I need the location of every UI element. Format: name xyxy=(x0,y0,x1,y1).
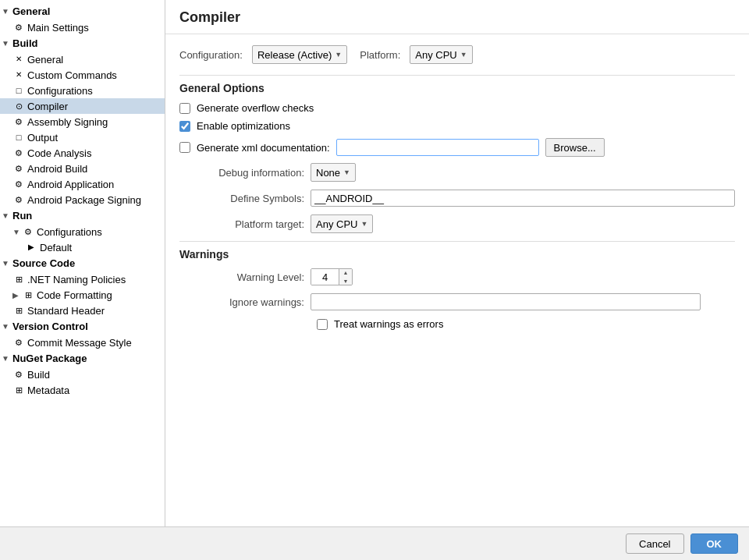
sidebar-item-configurations[interactable]: □ Configurations xyxy=(0,83,165,98)
treat-warnings-checkbox[interactable] xyxy=(317,319,328,330)
run-configurations-label: Configurations xyxy=(37,226,102,238)
grid-icon2: ⊞ xyxy=(22,289,34,301)
cancel-button[interactable]: Cancel xyxy=(626,533,683,554)
gear-icon3: ⚙ xyxy=(12,147,25,159)
browse-button[interactable]: Browse... xyxy=(545,138,605,157)
warnings-title: Warnings xyxy=(179,248,735,261)
sidebar-item-compiler[interactable]: ⊙ Compiler xyxy=(0,98,165,114)
sidebar-item-android-application[interactable]: ⚙ Android Application xyxy=(0,176,165,192)
sidebar-item-run-configurations[interactable]: ▼ ⚙ Configurations xyxy=(0,224,165,239)
section-general[interactable]: ▼ General xyxy=(0,3,165,19)
run-config-arrow: ▼ xyxy=(12,228,22,236)
page-title: Compiler xyxy=(165,0,749,34)
platform-target-dropdown[interactable]: Any CPU ▼ xyxy=(311,214,373,233)
section-build-children: ✕ General ✕ Custom Commands □ Configurat… xyxy=(0,51,165,207)
debug-info-dropdown[interactable]: None ▼ xyxy=(311,163,356,182)
general-options-title: General Options xyxy=(179,82,735,94)
section-nuget-label: NuGet Package xyxy=(12,353,87,364)
ok-button[interactable]: OK xyxy=(690,533,739,554)
define-symbols-label: Define Symbols: xyxy=(179,193,304,204)
box-icon: □ xyxy=(12,84,25,97)
compiler-icon: ⊙ xyxy=(12,100,25,112)
sidebar-item-android-build[interactable]: ⚙ Android Build xyxy=(0,161,165,176)
generate-overflow-checkbox[interactable] xyxy=(179,103,190,114)
sidebar-item-code-analysis[interactable]: ⚙ Code Analysis xyxy=(0,145,165,161)
section-nuget[interactable]: ▼ NuGet Package xyxy=(0,350,165,367)
configuration-dropdown[interactable]: Release (Active) ▼ xyxy=(252,45,347,64)
commit-message-label: Commit Message Style xyxy=(27,337,132,349)
debug-info-row: Debug information: None ▼ xyxy=(179,163,735,182)
config-dropdown-arrow: ▼ xyxy=(335,51,342,58)
general-label: General xyxy=(27,54,63,66)
warnings-section: Warnings Warning Level: ▲ ▼ Ignore war xyxy=(179,248,735,330)
configuration-label: Configuration: xyxy=(179,49,243,61)
divider2 xyxy=(179,241,735,242)
generate-xml-checkbox[interactable] xyxy=(179,142,190,153)
android-package-signing-label: Android Package Signing xyxy=(27,194,141,206)
gear-icon: ⚙ xyxy=(12,21,25,34)
sidebar-item-code-formatting[interactable]: ▶ ⊞ Code Formatting xyxy=(0,287,165,303)
sidebar-item-main-settings[interactable]: ⚙ Main Settings xyxy=(0,19,165,35)
net-naming-label: .NET Naming Policies xyxy=(27,274,126,285)
cross-icon2: ✕ xyxy=(12,69,25,81)
code-analysis-label: Code Analysis xyxy=(27,147,91,159)
android-application-label: Android Application xyxy=(27,179,114,190)
section-source-children: ⊞ .NET Naming Policies ▶ ⊞ Code Formatti… xyxy=(0,271,165,318)
warning-level-input[interactable] xyxy=(311,268,339,285)
ignore-warnings-input[interactable] xyxy=(311,293,701,310)
main-settings-label: Main Settings xyxy=(27,22,89,34)
generate-overflow-row: Generate overflow checks xyxy=(179,102,735,114)
gear-icon2: ⚙ xyxy=(12,115,25,128)
android-build-label: Android Build xyxy=(27,163,87,175)
sidebar-item-default[interactable]: ▶ Default xyxy=(0,239,165,255)
platform-dropdown[interactable]: Any CPU ▼ xyxy=(410,45,472,64)
sidebar-item-android-package-signing[interactable]: ⚙ Android Package Signing xyxy=(0,192,165,207)
spinner-arrows: ▲ ▼ xyxy=(339,268,352,285)
gear-icon7: ⚙ xyxy=(22,225,34,238)
sidebar-item-standard-header[interactable]: ⊞ Standard Header xyxy=(0,303,165,318)
sidebar-item-general[interactable]: ✕ General xyxy=(0,51,165,67)
metadata-label: Metadata xyxy=(27,385,69,396)
spinner-up-button[interactable]: ▲ xyxy=(339,268,352,277)
output-label: Output xyxy=(27,132,58,144)
ignore-warnings-row: Ignore warnings: xyxy=(179,293,735,310)
gear-icon4: ⚙ xyxy=(12,162,25,175)
warning-level-label: Warning Level: xyxy=(179,271,304,283)
section-build[interactable]: ▼ Build xyxy=(0,35,165,51)
section-general-arrow: ▼ xyxy=(2,7,12,16)
configurations-label: Configurations xyxy=(27,85,93,97)
standard-header-label: Standard Header xyxy=(27,305,105,317)
sidebar-item-nuget-build[interactable]: ⚙ Build xyxy=(0,367,165,382)
platform-label: Platform: xyxy=(360,49,400,61)
debug-info-arrow: ▼ xyxy=(343,168,350,176)
section-vc-arrow: ▼ xyxy=(2,322,12,331)
spinner-down-button[interactable]: ▼ xyxy=(339,277,352,285)
gear-icon5: ⚙ xyxy=(12,178,25,190)
assembly-signing-label: Assembly Signing xyxy=(27,116,108,128)
section-version-control[interactable]: ▼ Version Control xyxy=(0,318,165,335)
section-source-code[interactable]: ▼ Source Code xyxy=(0,255,165,271)
generate-xml-input[interactable] xyxy=(336,139,539,156)
enable-optimizations-checkbox[interactable] xyxy=(179,121,190,132)
warning-level-spinner[interactable]: ▲ ▼ xyxy=(311,268,353,285)
sidebar-item-commit-message[interactable]: ⚙ Commit Message Style xyxy=(0,335,165,350)
default-label: Default xyxy=(40,242,72,253)
custom-commands-label: Custom Commands xyxy=(27,69,117,81)
sidebar-item-metadata[interactable]: ⊞ Metadata xyxy=(0,382,165,398)
grid-icon3: ⊞ xyxy=(12,304,25,317)
sidebar-item-output[interactable]: □ Output xyxy=(0,129,165,145)
output-icon: □ xyxy=(12,131,25,144)
section-build-arrow: ▼ xyxy=(2,39,12,48)
gear-icon6: ⚙ xyxy=(12,193,25,206)
treat-warnings-row: Treat warnings as errors xyxy=(179,318,735,330)
define-symbols-input[interactable] xyxy=(311,190,735,207)
platform-target-row: Platform target: Any CPU ▼ xyxy=(179,214,735,233)
enable-optimizations-row: Enable optimizations xyxy=(179,120,735,132)
section-general-label: General xyxy=(12,5,50,17)
sidebar-item-net-naming[interactable]: ⊞ .NET Naming Policies xyxy=(0,271,165,287)
sidebar-item-assembly-signing[interactable]: ⚙ Assembly Signing xyxy=(0,114,165,129)
ignore-warnings-label: Ignore warnings: xyxy=(179,296,304,308)
sidebar-item-custom-commands[interactable]: ✕ Custom Commands xyxy=(0,67,165,83)
platform-dropdown-arrow: ▼ xyxy=(460,51,467,58)
section-run[interactable]: ▼ Run xyxy=(0,207,165,224)
